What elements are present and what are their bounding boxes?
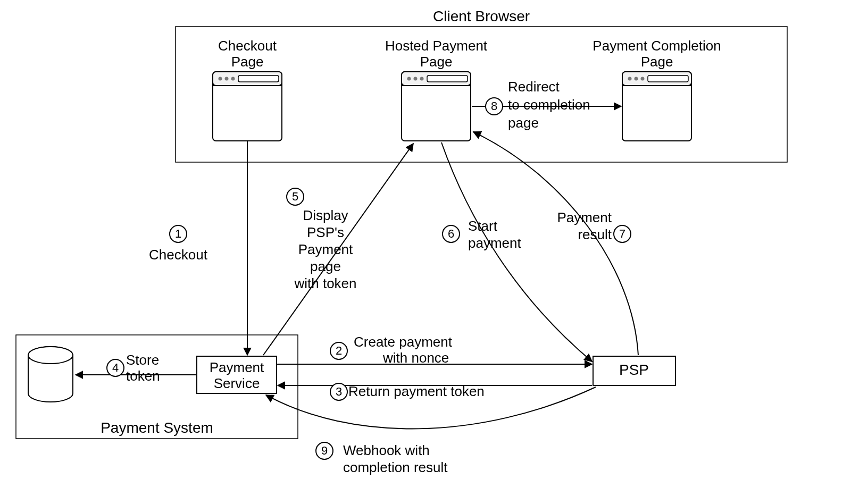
step-9-text-1: Webhook with [343,442,430,458]
svg-rect-20 [648,75,688,82]
step-3-num: 3 [336,385,342,398]
step-2-text-1: Create payment [354,334,453,350]
step-8-text-1: Redirect [508,79,560,95]
step-5-num: 5 [292,190,298,203]
client-browser-label: Client Browser [433,8,530,24]
step-5-text-5: with token [294,275,356,291]
svg-point-10 [407,77,411,81]
payment-service-label-2: Service [214,375,260,391]
svg-point-17 [628,77,632,81]
browser-window-icon [213,72,282,141]
step-2-text-2: with nonce [382,350,449,366]
svg-rect-13 [427,75,468,82]
step-9-text-2: completion result [343,459,448,475]
completion-page-label-1: Payment Completion [593,38,721,54]
step-5-text-4: page [310,258,341,274]
step-4-text-1: Store [126,352,159,368]
database-icon [28,347,73,402]
browser-window-icon [402,72,471,141]
checkout-page-node: Checkout Page [213,38,282,141]
checkout-page-label-2: Page [231,54,264,70]
svg-point-19 [641,77,645,81]
arrow-start-payment [441,142,592,362]
payment-service-label-1: Payment [210,359,264,375]
step-2-num: 2 [336,344,342,357]
step-6-text-1: Start [468,218,498,234]
step-5-text-2: PSP's [307,224,344,240]
svg-point-22 [28,347,73,364]
svg-rect-6 [238,75,279,82]
step-3-text: Return payment token [348,383,485,399]
step-7-num: 7 [619,227,625,240]
hosted-page-label-2: Page [420,54,453,70]
svg-point-11 [414,77,418,81]
step-7-text-2: result [578,226,612,242]
step-8-text-3: page [508,115,539,131]
step-4-text-2: token [126,368,160,384]
step-1-num: 1 [175,227,181,240]
hosted-page-label-1: Hosted Payment [385,38,488,54]
step-8-text-2: to completion [508,97,590,113]
step-4-num: 4 [112,361,119,374]
diagram-root: { "groups": { "client_browser": "Client … [0,0,851,504]
completion-page-label-2: Page [641,54,673,70]
step-7-text-1: Payment [557,209,612,225]
svg-point-18 [635,77,638,81]
step-8-num: 8 [491,99,497,113]
step-6-num: 6 [448,227,454,240]
psp-label: PSP [619,362,649,378]
step-5-text-1: Display [303,207,348,223]
svg-point-5 [231,77,235,81]
step-6-text-2: payment [468,235,521,251]
step-9-num: 9 [321,444,328,457]
checkout-page-label-1: Checkout [218,38,277,54]
svg-point-12 [420,77,424,81]
step-5-text-3: Payment [298,241,353,257]
svg-point-3 [219,77,222,81]
svg-point-4 [225,77,229,81]
browser-window-icon [622,72,691,141]
step-1-text: Checkout [149,247,208,263]
payment-system-label: Payment System [101,419,213,436]
